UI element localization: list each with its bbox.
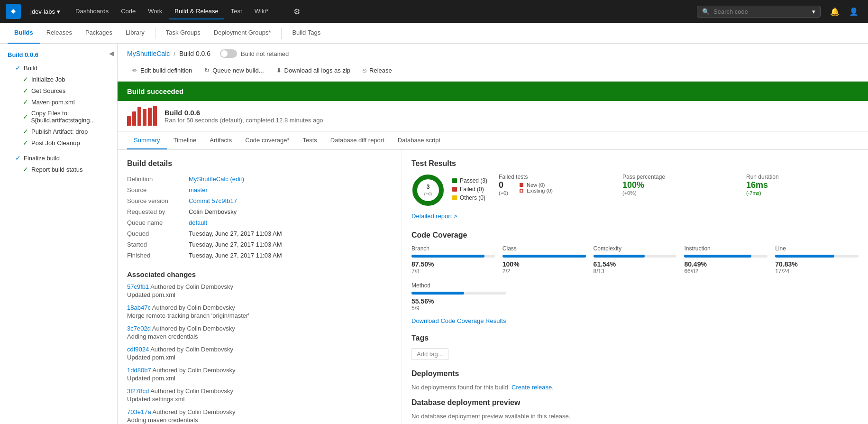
cc-complexity-pct: 61.54% xyxy=(594,260,677,268)
change-hash-0[interactable]: 57c9fb1 xyxy=(127,283,149,290)
definition-edit-link[interactable]: (edit) xyxy=(230,175,244,183)
change-desc-2: Adding maven credentials xyxy=(127,333,392,340)
add-tag-input[interactable]: Add tag... xyxy=(411,348,448,360)
build-banner: Build succeeded xyxy=(118,82,868,101)
sidebar-item-get-sources[interactable]: ✓ Get Sources xyxy=(0,85,117,96)
nav-item-test[interactable]: Test xyxy=(225,4,248,19)
sidebar-item-post-job[interactable]: ✓ Post Job Cleanup xyxy=(0,137,117,148)
finished-label: Finished xyxy=(127,250,189,261)
create-release-link[interactable]: Create release. xyxy=(512,384,554,391)
chevron-down-icon: ▾ xyxy=(57,8,60,15)
pass-pct-sub: (+0%) xyxy=(622,190,735,196)
cc-line-pct: 70.83% xyxy=(775,260,859,268)
sidebar-item-maven[interactable]: ✓ Maven pom.xml xyxy=(0,96,117,108)
build-details-title: Build details xyxy=(127,159,392,168)
sidebar-item-report-build[interactable]: ✓ Report build status xyxy=(0,164,117,175)
deployments-title: Deployments xyxy=(411,369,859,378)
tab-timeline[interactable]: Timeline xyxy=(167,132,203,149)
change-hash-1[interactable]: 18ab47c xyxy=(127,304,151,311)
sidebar-item-publish-artifact[interactable]: ✓ Publish Artifact: drop xyxy=(0,126,117,137)
detail-row-definition: Definition MyShuttleCalc (edit) xyxy=(127,174,392,184)
failed-existing-row: Existing (0) xyxy=(520,188,553,194)
nav-item-wiki[interactable]: Wiki* xyxy=(249,4,274,19)
detail-row-finished: Finished Tuesday, June 27, 2017 11:03 AM xyxy=(127,250,392,261)
search-box: 🔍 ▾ xyxy=(697,6,821,18)
donut-container: 3 (+0) Passed (3) xyxy=(411,174,487,207)
cc-branch-pct: 87.50% xyxy=(411,260,495,268)
code-coverage-section: Code Coverage Branch 87.50% 7/8 xyxy=(411,231,859,324)
top-nav: jdev-labs ▾ Dashboards Code Work Build &… xyxy=(0,0,868,23)
source-version-value[interactable]: Commit 57c9fb17 xyxy=(189,195,392,206)
sidebar-item-copy-files[interactable]: ✓ Copy Files to: ${build.artifactstaging… xyxy=(0,108,117,126)
subnav-library[interactable]: Library xyxy=(119,23,151,44)
tab-artifacts[interactable]: Artifacts xyxy=(203,132,238,149)
breadcrumb-bar: MyShuttleCalc / Build 0.0.6 Build not re… xyxy=(118,44,868,62)
change-hash-4[interactable]: 1dd80b7 xyxy=(127,367,151,374)
queue-name-label: Queue name xyxy=(127,217,189,228)
search-dropdown-icon[interactable]: ▾ xyxy=(812,8,815,15)
cc-class-label: Class xyxy=(503,245,586,252)
subnav-builds[interactable]: Builds xyxy=(8,23,40,44)
change-item-5: 3f278cd Authored by Colin Dembovsky Upda… xyxy=(127,387,392,403)
sidebar-build-label[interactable]: ✓ Build xyxy=(0,62,117,74)
queue-build-btn[interactable]: ↻ Queue new build... xyxy=(199,64,269,77)
sidebar-title[interactable]: Build 0.0.6 xyxy=(0,47,117,60)
subnav-deployment-groups[interactable]: Deployment Groups* xyxy=(207,23,278,44)
search-input[interactable] xyxy=(713,8,808,15)
cc-grid: Branch 87.50% 7/8 Class xyxy=(411,245,859,275)
subnav-task-groups[interactable]: Task Groups xyxy=(159,23,207,44)
publish-artifact-check-icon: ✓ xyxy=(23,128,28,135)
queue-name-value[interactable]: default xyxy=(189,217,392,228)
download-logs-btn[interactable]: ⬇ Download all logs as zip xyxy=(271,64,356,77)
requested-by-label: Requested by xyxy=(127,206,189,217)
change-item-4: 1dd80b7 Authored by Colin Dembovsky Upda… xyxy=(127,367,392,382)
change-item-6: 703e17a Authored by Colin Dembovsky Addi… xyxy=(127,408,392,424)
tab-tests[interactable]: Tests xyxy=(296,132,323,149)
retain-toggle[interactable] xyxy=(220,49,237,58)
sidebar: ◀ Build 0.0.6 ✓ Build ✓ Initialize Job ✓… xyxy=(0,44,118,424)
maven-check-icon: ✓ xyxy=(23,98,28,106)
subnav-build-tags[interactable]: Build Tags xyxy=(285,23,327,44)
breadcrumb-project-link[interactable]: MyShuttleCalc xyxy=(127,50,170,57)
change-item-3: cdf9024 Authored by Colin Dembovsky Upda… xyxy=(127,346,392,361)
org-selector[interactable]: jdev-labs ▾ xyxy=(27,6,64,17)
detail-row-requested-by: Requested by Colin Dembovsky xyxy=(127,206,392,217)
nav-item-build-release[interactable]: Build & Release xyxy=(169,4,224,19)
change-hash-2[interactable]: 3c7e02d xyxy=(127,325,151,332)
nav-item-dashboards[interactable]: Dashboards xyxy=(70,4,114,19)
detail-row-queue-name: Queue name default xyxy=(127,217,392,228)
change-hash-5[interactable]: 3f278cd xyxy=(127,387,149,395)
sidebar-finalize-label[interactable]: ✓ Finalize build xyxy=(0,152,117,164)
tab-db-diff[interactable]: Database diff report xyxy=(324,132,391,149)
edit-build-btn[interactable]: ✏ Edit build definition xyxy=(127,64,197,77)
detailed-report-link[interactable]: Detailed report > xyxy=(411,212,859,220)
subnav-packages[interactable]: Packages xyxy=(79,23,119,44)
cc-class: Class 100% 2/2 xyxy=(503,245,586,275)
legend-others-label: Others (0) xyxy=(460,194,485,201)
nav-item-work[interactable]: Work xyxy=(142,4,168,19)
legend-passed-dot xyxy=(452,178,457,183)
release-btn[interactable]: ⎋ Release xyxy=(357,64,397,77)
tab-summary[interactable]: Summary xyxy=(127,132,167,149)
tab-db-script[interactable]: Database script xyxy=(391,132,447,149)
sidebar-collapse-btn[interactable]: ◀ xyxy=(106,47,117,59)
cc-download-link[interactable]: Download Code Coverage Results xyxy=(411,317,859,324)
user-icon[interactable]: 👤 xyxy=(845,3,862,20)
change-hash-6[interactable]: 703e17a xyxy=(127,408,151,415)
source-value[interactable]: master xyxy=(189,184,392,195)
definition-link[interactable]: MyShuttleCalc xyxy=(189,175,228,183)
download-btn-label: Download all logs as zip xyxy=(284,67,350,74)
tab-code-coverage[interactable]: Code coverage* xyxy=(238,132,296,149)
change-desc-3: Updated pom.xml xyxy=(127,354,392,361)
failed-existing-dot xyxy=(520,189,523,193)
test-results-section: Test Results 3 (+0) xyxy=(411,159,859,220)
notifications-icon[interactable]: 🔔 xyxy=(826,3,843,20)
sub-nav: Builds Releases Packages Library Task Gr… xyxy=(0,23,868,44)
change-hash-3[interactable]: cdf9024 xyxy=(127,346,149,353)
sidebar-item-init-job[interactable]: ✓ Initialize Job xyxy=(0,74,117,85)
gear-icon[interactable]: ⚙ xyxy=(290,3,304,20)
nav-item-code[interactable]: Code xyxy=(115,4,141,19)
run-duration-label: Run duration xyxy=(746,174,859,180)
subnav-releases[interactable]: Releases xyxy=(40,23,79,44)
search-icon: 🔍 xyxy=(702,8,710,15)
